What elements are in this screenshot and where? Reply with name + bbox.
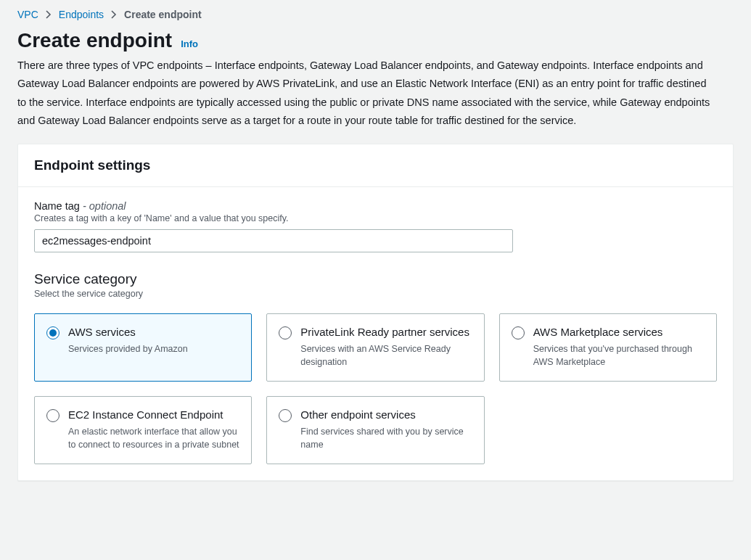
tile-desc: Services that you've purchased through A… [533,342,705,368]
chevron-right-icon [111,10,117,19]
tile-title: AWS Marketplace services [533,324,705,340]
radio-icon [46,409,59,422]
tile-desc: Services with an AWS Service Ready desig… [300,342,472,368]
name-tag-label: Name tag - optional [34,200,717,212]
tile-title: AWS services [68,324,188,340]
tile-marketplace-services[interactable]: AWS Marketplace services Services that y… [499,313,717,382]
radio-icon [512,326,525,339]
tile-ec2-instance-connect[interactable]: EC2 Instance Connect Endpoint An elastic… [34,396,252,464]
panel-header: Endpoint settings [18,144,733,187]
tile-title: PrivateLink Ready partner services [300,324,472,340]
chevron-right-icon [46,10,52,19]
name-tag-hint: Creates a tag with a key of 'Name' and a… [34,213,717,223]
endpoint-settings-panel: Endpoint settings Name tag - optional Cr… [17,144,734,481]
name-tag-optional: - optional [80,200,126,212]
tile-aws-services[interactable]: AWS services Services provided by Amazon [34,313,252,382]
name-tag-label-text: Name tag [34,200,80,212]
tile-desc: Find services shared with you by service… [300,425,472,451]
tile-privatelink-partner[interactable]: PrivateLink Ready partner services Servi… [266,313,484,382]
name-tag-input[interactable] [34,229,513,252]
breadcrumb-current: Create endpoint [124,9,202,20]
service-category-title: Service category [34,271,717,287]
radio-icon [279,326,292,339]
breadcrumb: VPC Endpoints Create endpoint [17,6,734,29]
breadcrumb-link-vpc[interactable]: VPC [17,9,38,20]
tile-other-endpoint-services[interactable]: Other endpoint services Find services sh… [266,396,484,464]
page-description: There are three types of VPC endpoints –… [17,57,714,131]
page-title-text: Create endpoint [17,29,172,52]
panel-title: Endpoint settings [34,157,717,173]
breadcrumb-link-endpoints[interactable]: Endpoints [59,9,104,20]
tile-title: EC2 Instance Connect Endpoint [68,407,239,423]
service-category-hint: Select the service category [34,289,717,299]
page-title: Create endpoint Info [17,29,734,52]
radio-icon [46,326,59,339]
service-category-tiles: AWS services Services provided by Amazon… [34,313,717,464]
tile-title: Other endpoint services [300,407,472,423]
tile-desc: Services provided by Amazon [68,342,188,355]
tile-desc: An elastic network interface that allow … [68,425,239,451]
radio-icon [279,409,292,422]
info-link[interactable]: Info [181,38,198,49]
